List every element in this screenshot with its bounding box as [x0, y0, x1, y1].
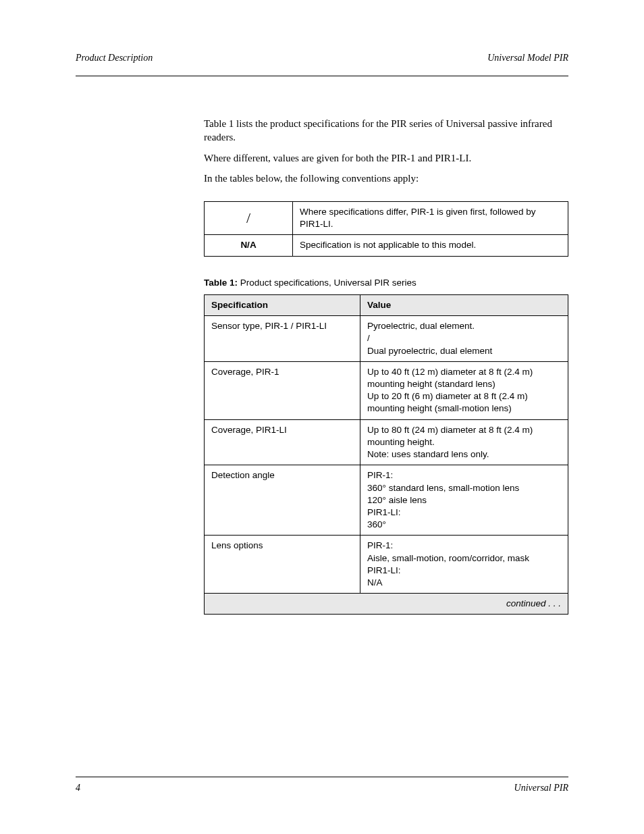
intro-para-1: Table 1 lists the product specifications… [204, 117, 568, 145]
spec-name: Coverage, PIR-1 [205, 361, 360, 419]
header-left: Product Description [76, 53, 153, 63]
table-row: Detection angle PIR-1: 360° standard len… [205, 465, 568, 536]
spec-value: Up to 80 ft (24 m) diameter at 8 ft (2.4… [360, 419, 568, 465]
table-continued: continued . . . [205, 594, 568, 615]
column-header-specification: Specification [205, 294, 360, 315]
page-number: 4 [76, 783, 80, 793]
spec-name: Sensor type, PIR-1 / PIR1-LI [205, 316, 360, 362]
body-column: Table 1 lists the product specifications… [204, 117, 568, 615]
footer-right: Universal PIR [514, 783, 568, 793]
table-row: Sensor type, PIR-1 / PIR1-LI Pyroelectri… [205, 316, 568, 362]
intro-para-3: In the tables below, the following conve… [204, 172, 568, 185]
table-row: Coverage, PIR-1 Up to 40 ft (12 m) diame… [205, 361, 568, 419]
spec-name: Detection angle [205, 465, 360, 536]
spec-name: Lens options [205, 536, 360, 594]
table-row: / Where specifications differ, PIR-1 is … [205, 202, 568, 235]
spec-name: Coverage, PIR1-LI [205, 419, 360, 465]
spec-value: PIR-1: Aisle, small-motion, room/corrido… [360, 536, 568, 594]
table-title: Product specifications, Universal PIR se… [240, 278, 417, 288]
header-rule [76, 76, 568, 76]
running-footer: 4 Universal PIR [76, 783, 568, 793]
page: Product Description Universal Model PIR … [0, 0, 644, 834]
intro-para-2: Where different, values are given for bo… [204, 151, 568, 165]
spec-value: PIR-1: 360° standard lens, small-motion … [360, 465, 568, 536]
spec-value: Pyroelectric, dual element. / Dual pyroe… [360, 316, 568, 362]
footer-rule [76, 777, 568, 777]
table-number: Table 1: [204, 278, 240, 288]
conventions-table: / Where specifications differ, PIR-1 is … [204, 201, 568, 257]
table-continued-row: continued . . . [205, 594, 568, 615]
table-row: N/A Specification is not applicable to t… [205, 235, 568, 256]
running-header: Product Description Universal Model PIR [76, 53, 568, 63]
convention-symbol: N/A [205, 235, 293, 256]
table-row: Lens options PIR-1: Aisle, small-motion,… [205, 536, 568, 594]
column-header-value: Value [360, 294, 568, 315]
specifications-table: Specification Value Sensor type, PIR-1 /… [204, 294, 568, 615]
table-caption: Table 1: Product specifications, Univers… [204, 277, 568, 289]
convention-text: Where specifications differ, PIR-1 is gi… [293, 202, 568, 235]
spec-value: Up to 40 ft (12 m) diameter at 8 ft (2.4… [360, 361, 568, 419]
table-header-row: Specification Value [205, 294, 568, 315]
table-row: Coverage, PIR1-LI Up to 80 ft (24 m) dia… [205, 419, 568, 465]
header-right: Universal Model PIR [487, 53, 568, 63]
convention-symbol: / [205, 202, 293, 235]
convention-text: Specification is not applicable to this … [293, 235, 568, 256]
